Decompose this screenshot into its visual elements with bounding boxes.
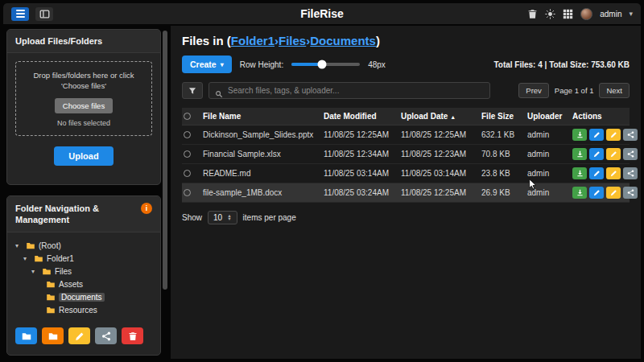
download-icon [576, 189, 584, 196]
edit-button[interactable] [589, 129, 604, 141]
prev-page-button[interactable]: Prev [518, 83, 549, 98]
row-actions [572, 129, 638, 141]
tree-caret-icon[interactable] [15, 242, 23, 249]
rename-folder-button[interactable] [68, 327, 90, 344]
tree-caret-icon[interactable] [23, 255, 31, 262]
create-button[interactable]: Create [182, 56, 232, 73]
download-button[interactable] [572, 129, 587, 141]
edit-button[interactable] [589, 187, 604, 199]
folder-icon [46, 293, 56, 302]
edit-button[interactable] [589, 148, 604, 160]
date-modified-cell: 11/08/25 03:24AM [324, 188, 401, 197]
share-button[interactable] [623, 167, 638, 179]
move-folder-button[interactable] [42, 327, 64, 344]
scrollbar[interactable] [163, 31, 167, 290]
col-uploader[interactable]: Uploader [527, 112, 572, 121]
heading-suffix: ) [376, 34, 380, 47]
table-row[interactable]: Dickinson_Sample_Slides.pptx 11/08/25 12… [182, 125, 630, 145]
share-button[interactable] [623, 129, 638, 141]
tree-item-files[interactable]: Files [14, 265, 154, 278]
panel-icon [39, 9, 50, 19]
dropzone[interactable]: Drop files/folders here or click 'Choose… [15, 61, 152, 136]
share-button[interactable] [623, 148, 638, 160]
table-row-selected[interactable]: file-sample_1MB.docx 11/08/25 03:24AM 11… [182, 183, 630, 203]
dropzone-text-line1: Drop files/folders here or click [21, 70, 147, 80]
rename-button[interactable] [606, 129, 621, 141]
pencil-icon [610, 150, 617, 158]
upload-button[interactable]: Upload [54, 146, 113, 166]
create-folder-button[interactable] [15, 327, 37, 344]
row-checkbox[interactable] [184, 170, 191, 177]
upload-card-title: Upload Files/Folders [7, 30, 160, 53]
edit-button[interactable] [589, 167, 604, 179]
tree-item-assets[interactable]: Assets [14, 278, 154, 290]
upload-date-cell: 11/08/25 12:23AM [401, 150, 481, 158]
table-row[interactable]: README.md 11/08/25 03:14AM 11/08/25 03:1… [182, 164, 630, 183]
date-modified-cell: 11/08/25 03:14AM [324, 169, 401, 178]
user-name[interactable]: admin [600, 10, 621, 19]
row-checkbox[interactable] [184, 131, 191, 138]
table-row[interactable]: Financial Sample.xlsx 11/08/25 12:34AM 1… [182, 145, 630, 164]
row-checkbox[interactable] [184, 189, 191, 196]
tree-item-label: Resources [59, 306, 97, 315]
filter-button[interactable] [182, 82, 203, 99]
download-button[interactable] [572, 187, 587, 199]
tree-caret-icon[interactable] [31, 268, 39, 275]
dropzone-text-line2: 'Choose files' [21, 80, 147, 91]
file-size-cell: 26.9 KB [481, 188, 527, 197]
info-icon[interactable] [141, 203, 152, 214]
tree-item-resources[interactable]: Resources [14, 303, 154, 316]
folder-card-title: Folder Navigation & Management [15, 203, 99, 226]
col-file-size[interactable]: File Size [481, 112, 527, 121]
pencil-icon [610, 189, 617, 196]
share-folder-button[interactable] [95, 327, 117, 344]
col-upload-date[interactable]: Upload Date▲ [401, 112, 481, 121]
breadcrumb-folder1[interactable]: Folder1 [231, 34, 275, 47]
share-icon [627, 189, 634, 196]
col-file-name[interactable]: File Name [203, 112, 324, 121]
rename-button[interactable] [606, 167, 621, 179]
topbar: FileRise admin [3, 3, 641, 24]
download-button[interactable] [572, 148, 587, 160]
file-size-cell: 632.1 KB [481, 130, 527, 139]
col-date-modified[interactable]: Date Modified [324, 112, 401, 121]
apps-grid-icon[interactable] [563, 9, 573, 19]
pencil-icon [610, 131, 617, 138]
chevron-down-icon[interactable] [629, 10, 633, 18]
folder-icon [48, 331, 58, 341]
view-mode-button[interactable] [35, 7, 53, 21]
row-actions [572, 148, 638, 160]
delete-folder-button[interactable] [122, 327, 143, 344]
folder-card: Folder Navigation & Management (Root) Fo… [6, 195, 161, 356]
next-page-button[interactable]: Next [599, 83, 630, 98]
trash-icon[interactable] [527, 9, 538, 19]
file-name-cell[interactable]: README.md [203, 169, 324, 178]
file-name-cell[interactable]: Dickinson_Sample_Slides.pptx [203, 130, 324, 139]
choose-files-button[interactable]: Choose files [55, 98, 113, 113]
download-icon [576, 170, 584, 177]
tree-item-documents[interactable]: Documents [14, 290, 154, 303]
download-button[interactable] [572, 167, 587, 179]
breadcrumb-documents[interactable]: Documents [310, 34, 376, 47]
select-all-checkbox[interactable] [184, 113, 191, 120]
folder-icon [26, 241, 35, 250]
folder-icon [46, 306, 56, 315]
tree-item-root[interactable]: (Root) [14, 239, 154, 252]
row-checkbox[interactable] [184, 150, 191, 158]
file-name-cell[interactable]: file-sample_1MB.docx [203, 188, 324, 197]
rename-button[interactable] [606, 187, 621, 199]
theme-toggle-sun-icon[interactable] [545, 9, 555, 19]
slider-thumb[interactable] [318, 60, 327, 69]
per-page-select[interactable]: 10 [208, 211, 237, 224]
sidebar-toggle-button[interactable] [11, 7, 29, 21]
avatar[interactable] [580, 8, 592, 20]
file-name-cell[interactable]: Financial Sample.xlsx [203, 150, 324, 158]
share-button[interactable] [623, 187, 638, 199]
search-box [208, 82, 490, 99]
tree-item-folder1[interactable]: Folder1 [14, 252, 154, 265]
breadcrumb-files[interactable]: Files [279, 34, 306, 47]
rename-button[interactable] [606, 148, 621, 160]
show-label: Show [182, 213, 202, 222]
row-height-slider[interactable] [291, 63, 360, 66]
search-input[interactable] [228, 86, 484, 95]
